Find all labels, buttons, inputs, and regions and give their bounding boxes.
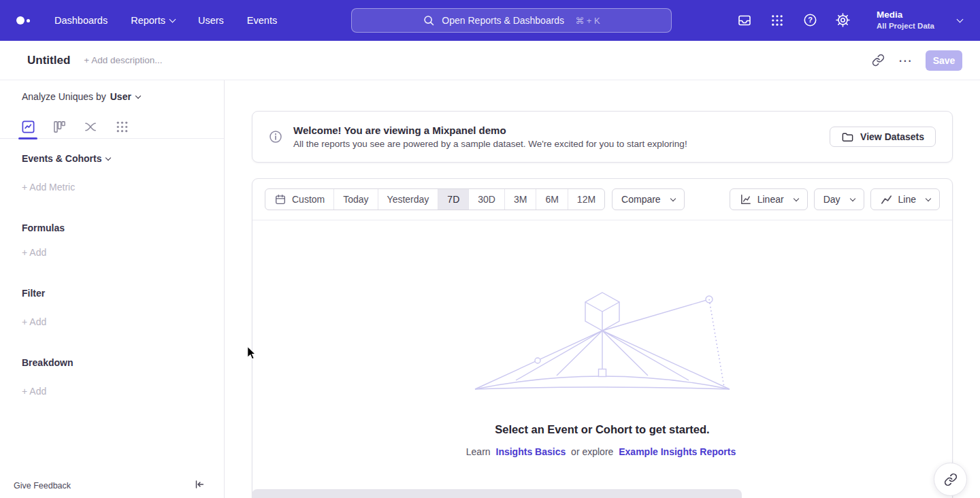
compare-dropdown[interactable]: Compare <box>612 188 685 210</box>
top-navigation: Dashboards Reports Users Events Open Rep… <box>0 0 980 41</box>
banner-subtitle: All the reports you see are powered by a… <box>293 139 687 149</box>
report-header: Untitled + Add description... ⋯ Save <box>0 41 980 80</box>
search-icon <box>423 14 435 27</box>
tab-insights[interactable] <box>20 120 35 135</box>
apps-grid-icon[interactable] <box>769 12 785 29</box>
chevron-down-icon <box>793 195 798 201</box>
section-events-cohorts[interactable]: Events & Cohorts <box>22 153 110 164</box>
learn-prefix: Learn <box>466 446 491 457</box>
add-breakdown-button[interactable]: + Add <box>22 386 46 397</box>
header-actions: ⋯ Save <box>872 50 962 71</box>
empty-state-illustration <box>470 290 735 392</box>
nav-users[interactable]: Users <box>198 15 224 26</box>
visualization-tabs <box>0 116 224 139</box>
view-datasets-label: View Datasets <box>860 131 924 142</box>
chevron-down-icon <box>926 195 931 201</box>
svg-text:?: ? <box>808 16 813 24</box>
query-builder-sidebar: Analyze Uniques by User Events & Cohorts… <box>0 80 225 498</box>
nav-reports-label: Reports <box>131 15 165 26</box>
range-7d[interactable]: 7D <box>438 189 468 210</box>
range-30d[interactable]: 30D <box>468 189 504 210</box>
give-feedback-link[interactable]: Give Feedback <box>14 481 71 491</box>
report-toolbar: Custom Today Yesterday 7D 30D 3M 6M 12M … <box>252 179 952 220</box>
chart-type-dropdown[interactable]: Line <box>870 188 940 210</box>
insights-report-card: Custom Today Yesterday 7D 30D 3M 6M 12M … <box>252 178 953 498</box>
banner-title: Welcome! You are viewing a Mixpanel demo <box>293 124 687 136</box>
funnels-icon <box>52 120 67 134</box>
insights-basics-link[interactable]: Insights Basics <box>496 446 566 457</box>
settings-gear-icon[interactable] <box>834 12 851 29</box>
analyze-by-value: User <box>110 91 131 102</box>
collapse-sidebar-icon[interactable] <box>191 476 208 493</box>
range-today[interactable]: Today <box>333 189 377 210</box>
logo-dot <box>16 16 24 24</box>
insights-icon <box>21 120 35 134</box>
analyze-uniques-row: Analyze Uniques by User <box>22 91 140 102</box>
demo-banner: Welcome! You are viewing a Mixpanel demo… <box>252 111 953 163</box>
empty-state-title: Select an Event or Cohort to get started… <box>252 423 952 436</box>
project-switcher[interactable]: Media All Project Data <box>877 9 934 32</box>
range-12m[interactable]: 12M <box>568 189 604 210</box>
section-title: Breakdown <box>22 357 73 368</box>
folder-icon <box>841 131 854 144</box>
add-filter-button[interactable]: + Add <box>22 316 46 327</box>
save-button[interactable]: Save <box>926 50 962 71</box>
analyze-by-dropdown[interactable]: User <box>110 91 140 102</box>
inbox-icon[interactable] <box>736 12 753 29</box>
report-description-placeholder[interactable]: + Add description... <box>84 55 162 65</box>
share-link-fab[interactable] <box>934 463 967 496</box>
chart-type-label: Line <box>898 194 916 205</box>
logo-dot <box>27 19 30 22</box>
interval-label: Day <box>823 194 840 205</box>
section-title: Formulas <box>22 222 65 233</box>
range-6m[interactable]: 6M <box>536 189 567 210</box>
example-reports-link[interactable]: Example Insights Reports <box>619 446 736 457</box>
help-icon[interactable]: ? <box>802 12 818 29</box>
range-3m[interactable]: 3M <box>504 189 536 210</box>
calendar-icon <box>274 193 287 205</box>
chevron-down-icon[interactable] <box>957 16 964 23</box>
nav-dashboards[interactable]: Dashboards <box>54 15 108 26</box>
linear-scale-icon <box>739 193 752 206</box>
range-yesterday[interactable]: Yesterday <box>378 189 438 210</box>
banner-text: Welcome! You are viewing a Mixpanel demo… <box>293 124 687 149</box>
range-custom[interactable]: Custom <box>265 189 333 210</box>
search-placeholder: Open Reports & Dashboards <box>442 15 564 26</box>
report-title[interactable]: Untitled <box>27 54 70 67</box>
interval-dropdown[interactable]: Day <box>814 188 864 210</box>
empty-state-subtitle: Learn Insights Basics or explore Example… <box>252 446 952 457</box>
nav-events[interactable]: Events <box>247 15 277 26</box>
chevron-down-icon <box>849 195 855 201</box>
primary-nav: Dashboards Reports Users Events <box>54 15 277 26</box>
topnav-right: ? Media All Project Data <box>736 9 962 32</box>
tab-funnels[interactable] <box>52 120 67 135</box>
empty-state: Select an Event or Cohort to get started… <box>252 290 952 457</box>
nav-reports[interactable]: Reports <box>131 15 175 26</box>
chevron-down-icon <box>105 154 111 160</box>
main-content: Welcome! You are viewing a Mixpanel demo… <box>225 80 980 498</box>
chevron-down-icon <box>135 93 141 98</box>
copy-link-icon[interactable] <box>872 54 885 67</box>
section-formulas: Formulas <box>22 222 65 233</box>
global-search[interactable]: Open Reports & Dashboards ⌘ + K <box>351 8 672 33</box>
add-metric-button[interactable]: + Add Metric <box>22 182 75 193</box>
range-label: Custom <box>292 194 325 205</box>
info-icon <box>269 130 282 144</box>
section-breakdown: Breakdown <box>22 357 73 368</box>
horizontal-scrollbar[interactable] <box>252 489 742 498</box>
project-name: Media <box>877 9 934 21</box>
tab-retention[interactable] <box>114 120 129 135</box>
add-formula-button[interactable]: + Add <box>22 247 46 258</box>
more-options-icon[interactable]: ⋯ <box>898 54 912 67</box>
scale-label: Linear <box>757 194 784 205</box>
project-scope: All Project Data <box>877 21 934 32</box>
section-filter: Filter <box>22 288 45 299</box>
section-title: Events & Cohorts <box>22 153 101 164</box>
scale-dropdown[interactable]: Linear <box>730 188 808 210</box>
search-shortcut: ⌘ + K <box>575 16 600 26</box>
mixpanel-logo[interactable] <box>16 16 34 24</box>
view-datasets-button[interactable]: View Datasets <box>830 127 936 147</box>
link-icon <box>944 473 958 486</box>
tab-flows[interactable] <box>83 120 98 135</box>
section-title: Filter <box>22 288 45 299</box>
